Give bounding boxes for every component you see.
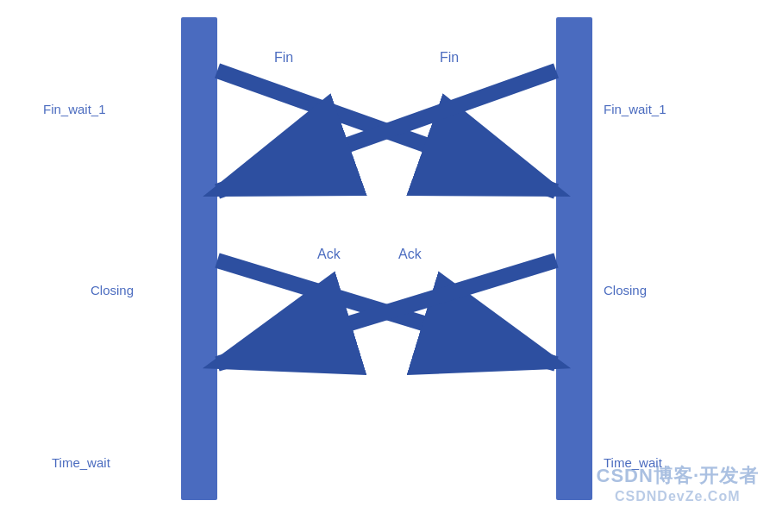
diagram-container: Fin_wait_1 Closing Time_wait Fin_wait_1 …	[0, 0, 776, 532]
ack-arrow-left-to-right	[217, 260, 556, 364]
ack-label-left: Ack	[317, 247, 341, 262]
fin-wait-1-left-label: Fin_wait_1	[43, 102, 106, 116]
arrows-svg	[0, 0, 776, 532]
fin-arrow-left-to-right	[217, 71, 556, 191]
closing-left-label: Closing	[91, 283, 134, 297]
ack-label-right: Ack	[398, 247, 422, 262]
fin-arrow-right-to-left	[217, 71, 556, 191]
watermark-line1: CSDN博客·开发者	[597, 464, 759, 489]
time-wait-left-label: Time_wait	[52, 455, 110, 470]
fin-label-left: Fin	[274, 50, 293, 66]
watermark: CSDN博客·开发者 CSDNDevZe.CoM	[597, 464, 759, 506]
right-bar	[556, 17, 592, 500]
watermark-line2: CSDNDevZe.CoM	[597, 488, 759, 506]
fin-label-right: Fin	[440, 50, 459, 66]
closing-right-label: Closing	[604, 283, 647, 297]
left-bar	[181, 17, 217, 500]
fin-wait-1-right-label: Fin_wait_1	[604, 102, 666, 116]
ack-arrow-right-to-left	[217, 260, 556, 364]
